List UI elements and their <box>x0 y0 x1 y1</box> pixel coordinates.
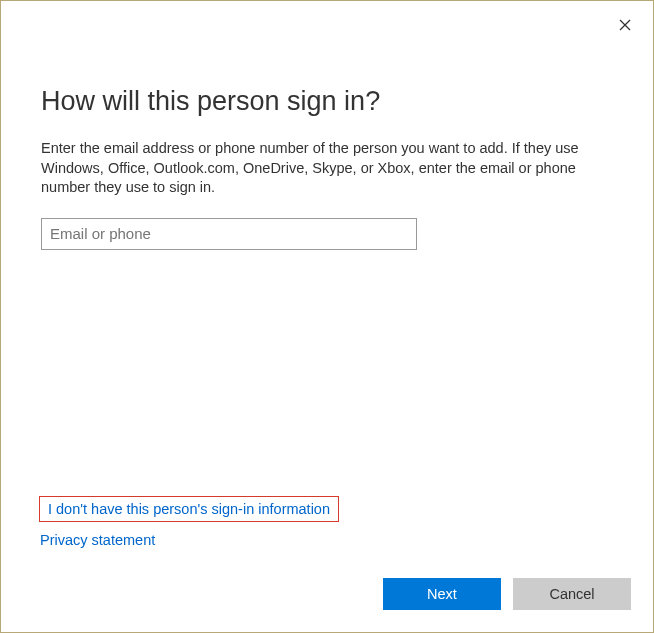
button-row: Next Cancel <box>383 578 631 610</box>
cancel-button[interactable]: Cancel <box>513 578 631 610</box>
description-text: Enter the email address or phone number … <box>41 139 601 198</box>
links-section: I don't have this person's sign-in infor… <box>39 496 339 548</box>
no-signin-info-link[interactable]: I don't have this person's sign-in infor… <box>48 501 330 517</box>
page-title: How will this person sign in? <box>41 86 613 117</box>
privacy-statement-link[interactable]: Privacy statement <box>40 532 339 548</box>
close-button[interactable] <box>609 9 641 41</box>
email-or-phone-input[interactable] <box>41 218 417 250</box>
next-button[interactable]: Next <box>383 578 501 610</box>
dialog-content: How will this person sign in? Enter the … <box>1 1 653 250</box>
no-signin-info-highlight: I don't have this person's sign-in infor… <box>39 496 339 522</box>
close-icon <box>619 19 631 31</box>
